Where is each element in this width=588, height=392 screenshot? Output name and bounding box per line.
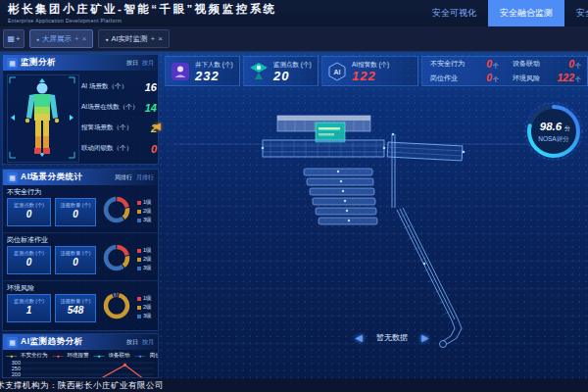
toggle-weekly-rank[interactable]: 周排行 <box>115 173 132 182</box>
class-group-environment-risk: 环境风险 监测点数 (个)1 违规数量 (个)548 1级 2级 3级 <box>3 281 158 329</box>
body-silhouette <box>25 83 59 155</box>
gauge-label: NOSA评分 <box>538 135 569 142</box>
body-heatmap-box <box>7 74 79 163</box>
grid-stat: 设备联动0个 <box>505 57 587 72</box>
ai-icon: AI <box>327 62 347 81</box>
metric-box: 监测点数 (个)1 <box>7 294 51 322</box>
metric-box: 监测点数 (个)0 <box>7 246 51 274</box>
map-camera-marker[interactable] <box>316 122 345 142</box>
top-nav: 安全可视化 安全融合监测 安全管理 <box>420 0 588 26</box>
nav-safety-visualization[interactable]: 安全可视化 <box>420 0 488 26</box>
nav-safety-management[interactable]: 安全管理 <box>564 0 588 26</box>
card-monitor-points: 监测点数 (个) 20 <box>243 56 318 86</box>
metric-box: 违规数量 (个)0 <box>55 198 96 226</box>
donut-legend: 1级 2级 3级 <box>137 294 152 320</box>
main-roadway-tunnel <box>263 140 384 157</box>
support-org-text: 技术支撑机构为：陕西彬长小庄矿业有限公司 <box>0 378 164 392</box>
nav-safety-fusion-monitoring[interactable]: 安全融合监测 <box>488 0 564 26</box>
tab-big-screen[interactable]: ● 大屏展示 + × <box>29 29 93 48</box>
monitor-analysis-panel: ▦ 监测分析 按日 按月 <box>2 54 159 165</box>
toggle-daily[interactable]: 按日 <box>126 59 138 68</box>
monitor-point-icon <box>249 62 269 81</box>
tab-label: 大屏展示 <box>42 34 72 44</box>
panel-header: ▦ AI监测趋势分析 按日 按月 <box>3 334 158 350</box>
panel-header: ▦ 监测分析 按日 按月 <box>3 55 158 71</box>
ai-classification-panel: ▦ AI场景分类统计 周排行 月排行 不安全行为 监测点数 (个)0 违规数量 … <box>2 169 159 331</box>
panel-grid-icon: ▦ <box>7 34 15 43</box>
donut-legend: 1级 2级 3级 <box>137 246 152 272</box>
metric-box: 监测点数 (个)0 <box>7 198 51 226</box>
trend-legend: —●—不安全行为 —●—环境报警 —●—设备联动 —●—岗位作业 <box>3 350 158 359</box>
tab-bar: ▦ + ● 大屏展示 + × ● AI实时监测 + × <box>0 26 588 52</box>
panel-icon: ▦ <box>7 337 18 348</box>
toggle-monthly[interactable]: 按月 <box>142 338 154 347</box>
close-icon[interactable]: × <box>82 34 87 43</box>
working-face-bars <box>304 169 377 224</box>
stat-row: AI场景在线数（个）14 <box>81 97 157 118</box>
metric-box: 违规数量 (个)0 <box>55 246 96 274</box>
footer-bar: 技术支撑机构为：陕西彬长小庄矿业有限公司 <box>0 378 588 392</box>
main-content: ▦ 监测分析 按日 按月 <box>0 52 588 392</box>
app-title: 彬长集团小庄矿业-智能“千眼”视频监控系统 <box>8 2 277 17</box>
card-alarm-breakdown: 不安全行为0个 设备联动0个 岗位作业0个 环境风险122个 <box>421 56 588 86</box>
tab-ai-realtime-monitor[interactable]: ● AI实时监测 + × <box>98 29 169 48</box>
toggle-monthly-rank[interactable]: 月排行 <box>136 173 154 182</box>
tab-list-button[interactable]: ▦ + <box>3 29 24 48</box>
tab-label: AI实时监测 <box>111 34 147 44</box>
sidebar-collapse-arrow[interactable]: ◀ <box>153 121 161 131</box>
panel-icon: ▦ <box>7 58 18 69</box>
stat-row: 报警场景数（个）2 <box>81 118 157 138</box>
card-underground-people: 井下人数 (个) 232 <box>165 56 240 86</box>
app-subtitle: Enterprise Application Development Platf… <box>8 18 277 24</box>
no-data-text: 暂无数据 <box>376 332 408 343</box>
grid-stat: 不安全行为0个 <box>422 57 505 72</box>
donut-chart-environment <box>101 290 132 321</box>
stat-row: AI 场景数（个）16 <box>81 76 157 97</box>
brand: 彬长集团小庄矿业-智能“千眼”视频监控系统 Enterprise Applica… <box>8 2 277 24</box>
nosa-gauge: 98.6 分 NOSA评分 <box>521 100 586 174</box>
donut-legend: 1级 2级 3级 <box>137 198 152 224</box>
stat-row: 联动闭锁数（个）0 <box>81 138 157 159</box>
close-icon[interactable]: × <box>158 34 163 43</box>
class-group-unsafe-behavior: 不安全行为 监测点数 (个)0 违规数量 (个)0 1级 2级 3级 <box>3 185 158 233</box>
miner-icon <box>171 62 190 81</box>
toggle-daily[interactable]: 按日 <box>126 338 138 347</box>
add-icon[interactable]: + <box>151 34 156 43</box>
dashboard-app: 彬长集团小庄矿业-智能“千眼”视频监控系统 Enterprise Applica… <box>0 0 588 392</box>
add-icon: + <box>16 34 21 43</box>
page-right-arrow-icon[interactable]: ▶ <box>421 332 429 343</box>
page-left-arrow-icon[interactable]: ◀ <box>355 332 363 343</box>
east-roadway-tunnel <box>387 142 463 161</box>
tab-dot-icon: ● <box>36 36 39 42</box>
ai-trend-panel: ▦ AI监测趋势分析 按日 按月 —●—不安全行为 —●—环境报警 —●—设备联… <box>2 333 159 378</box>
panel-title: 监测分析 <box>21 57 56 69</box>
panel-title: AI场景分类统计 <box>21 172 83 183</box>
monitor-stats: AI 场景数（个）16 AI场景在线数（个）14 报警场景数（个）2 联动闭锁数… <box>81 76 157 159</box>
donut-chart-position <box>101 242 132 273</box>
inclined-tunnel <box>397 208 458 320</box>
trend-line-chart: 300250200150100 <box>6 360 157 378</box>
donut-chart-unsafe <box>101 194 132 225</box>
gauge-unit: 分 <box>564 125 570 131</box>
tab-dot-icon: ● <box>105 36 108 42</box>
panel-icon: ▦ <box>7 172 18 183</box>
gauge-value: 98.6 <box>540 121 563 132</box>
body-heatmap-figure <box>8 75 76 160</box>
metric-box: 违规数量 (个)548 <box>55 294 96 322</box>
add-icon[interactable]: + <box>74 34 79 43</box>
grid-stat: 岗位作业0个 <box>422 72 505 86</box>
top-header: 彬长集团小庄矿业-智能“千眼”视频监控系统 Enterprise Applica… <box>0 0 588 26</box>
svg-text:AI: AI <box>334 69 341 75</box>
card-ai-alarms: AI AI报警数 (个) 122 <box>321 56 418 86</box>
panel-title: AI监测趋势分析 <box>21 336 83 348</box>
map-background-lines <box>165 207 588 344</box>
class-group-position-standard: 岗位标准作业 监测点数 (个)0 违规数量 (个)0 1级 2级 3级 <box>3 233 158 281</box>
grid-stat: 环境风险122个 <box>505 72 587 86</box>
panel-header: ▦ AI场景分类统计 周排行 月排行 <box>3 170 158 185</box>
no-data-pager: ◀ 暂无数据 ▶ <box>323 329 461 345</box>
toggle-monthly[interactable]: 按月 <box>142 59 154 68</box>
